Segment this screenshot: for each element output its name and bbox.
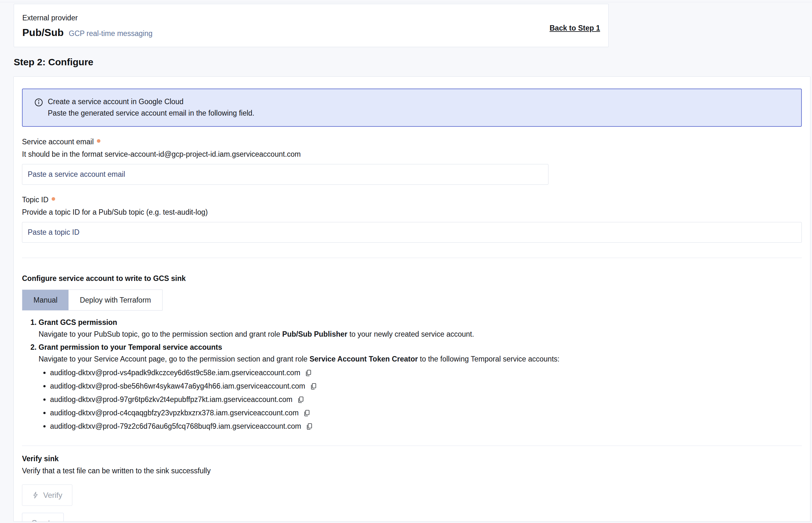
step-heading: Step 2: Configure [14,57,93,68]
service-account-email: auditlog-dktxv@prod-vs4padk9dkczcey6d6st… [50,368,300,377]
list-item: auditlog-dktxv@prod-97gr6tp6zkv2t4epubff… [50,395,802,404]
copy-icon[interactable] [305,369,312,377]
info-banner-title: Create a service account in Google Cloud [48,97,254,106]
provider-subtitle: GCP real-time messaging [69,29,153,38]
verify-sink-heading: Verify sink [22,454,802,463]
section-divider [22,258,802,258]
provider-header-card: External provider Pub/Sub GCP real-time … [14,4,609,47]
step-body: Navigate to your PubSub topic, go to the… [38,330,802,339]
service-account-email-label: Service account email [22,138,802,146]
verify-button[interactable]: Verify [22,485,72,506]
copy-icon[interactable] [297,396,305,403]
info-banner: Create a service account in Google Cloud… [22,89,802,127]
info-banner-body: Paste the generated service account emai… [48,109,254,118]
step-body: Navigate to your Service Account page, g… [38,355,802,363]
copy-icon[interactable] [306,423,313,430]
list-item: Grant permission to your Temporal servic… [38,343,802,431]
service-account-email-input[interactable] [22,164,548,185]
deploy-method-tabs: Manual Deploy with Terraform [22,290,162,310]
configure-sink-heading: Configure service account to write to GC… [22,274,802,283]
topic-id-helper: Provide a topic ID for a Pub/Sub topic (… [22,208,802,217]
provider-title: Pub/Sub [22,27,64,38]
copy-icon[interactable] [303,409,311,417]
topic-id-label: Topic ID [22,196,802,204]
service-account-email: auditlog-dktxv@prod-97gr6tp6zkv2t4epubff… [50,395,293,404]
configure-card: Create a service account in Google Cloud… [13,76,810,522]
list-item: Grant GCS permission Navigate to your Pu… [38,318,802,339]
page-top-divider [0,2,812,2]
service-account-email: auditlog-dktxv@prod-c4cqaqgbfzy23vpzkbxz… [50,409,299,417]
service-account-email: auditlog-dktxv@prod-sbe56h6wr4sykaw47a6y… [50,382,305,391]
create-button[interactable]: Create [22,513,64,522]
section-divider [22,446,802,446]
manual-steps-list: Grant GCS permission Navigate to your Pu… [22,318,802,431]
temporal-service-accounts-list: auditlog-dktxv@prod-vs4padk9dkczcey6d6st… [38,368,802,431]
copy-icon[interactable] [310,382,317,390]
provider-eyebrow: External provider [22,14,600,22]
bolt-icon [32,491,39,499]
required-indicator [97,139,100,143]
list-item: auditlog-dktxv@prod-sbe56h6wr4sykaw47a6y… [50,382,802,391]
topic-id-input[interactable] [22,222,802,243]
list-item: auditlog-dktxv@prod-c4cqaqgbfzy23vpzkbxz… [50,409,802,417]
list-item: auditlog-dktxv@prod-vs4padk9dkczcey6d6st… [50,368,802,377]
step-title: Grant permission to your Temporal servic… [38,343,222,351]
service-account-email: auditlog-dktxv@prod-79z2c6d76au6g5fcq768… [50,422,301,431]
verify-sink-description: Verify that a test file can be written t… [22,467,802,475]
required-indicator [52,197,55,201]
info-icon [34,98,43,108]
step-title: Grant GCS permission [38,318,117,326]
tab-manual[interactable]: Manual [22,290,69,310]
list-item: auditlog-dktxv@prod-79z2c6d76au6g5fcq768… [50,422,802,431]
back-to-step-1-link[interactable]: Back to Step 1 [550,24,600,33]
tab-deploy-terraform[interactable]: Deploy with Terraform [69,290,162,310]
service-account-email-helper: It should be in the format service-accou… [22,150,802,159]
